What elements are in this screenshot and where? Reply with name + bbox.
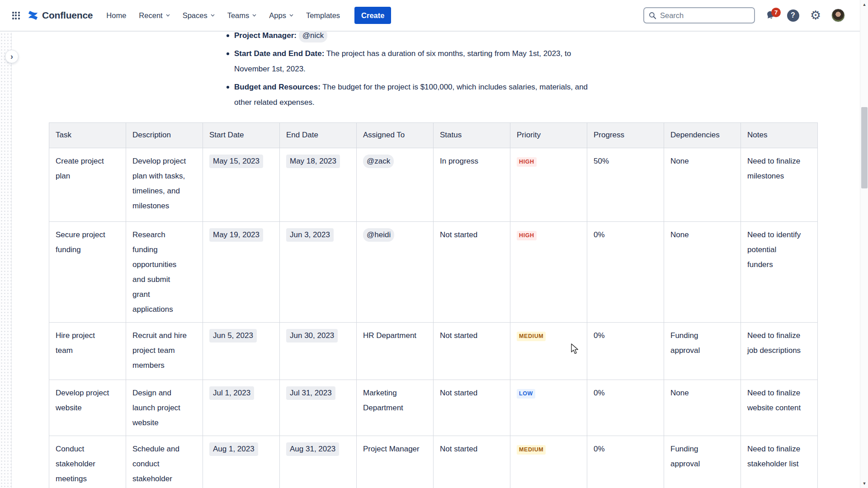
brand-wordmark: Confluence xyxy=(42,10,93,21)
cell-description: Schedule and conduct stakeholder meeting… xyxy=(126,436,203,488)
table-row: Hire project team Recruit and hire proje… xyxy=(49,323,818,380)
avatar xyxy=(831,9,845,22)
settings-button[interactable]: ⚙ xyxy=(808,7,823,23)
scrollbar-thumb[interactable] xyxy=(861,107,868,188)
project-task-table: Task Description Start Date End Date Ass… xyxy=(49,122,818,488)
cell-dependencies: Funding approval xyxy=(664,436,741,488)
cell-description: Recruit and hire project team members xyxy=(126,323,203,380)
cell-notes: Need to finalize website content xyxy=(741,380,818,436)
cell-end-date: Jun 30, 2023 xyxy=(280,323,357,380)
mention-chip[interactable]: @heidi xyxy=(363,228,394,242)
cell-priority: HIGH xyxy=(510,222,587,323)
create-button[interactable]: Create xyxy=(354,7,391,24)
date-chip: Aug 1, 2023 xyxy=(209,442,258,456)
search-box[interactable] xyxy=(643,7,755,23)
cell-progress: 0% xyxy=(587,222,664,323)
priority-badge: HIGH xyxy=(517,231,537,240)
cell-progress: 0% xyxy=(587,323,664,380)
priority-badge: MEDIUM xyxy=(517,445,546,455)
scroll-up-arrow[interactable]: ▲ xyxy=(860,1,868,8)
cell-assigned-to: Project Manager xyxy=(357,436,434,488)
nav-item-teams[interactable]: Teams xyxy=(227,11,257,20)
vertical-scrollbar: ▲ ▼ xyxy=(860,0,868,488)
cell-notes: Need to finalize job descriptions xyxy=(741,323,818,380)
list-item: Budget and Resources: The budget for the… xyxy=(226,80,635,110)
cell-task: Hire project team xyxy=(49,323,126,380)
date-chip: Jun 30, 2023 xyxy=(286,329,338,343)
list-item: Start Date and End Date: The project has… xyxy=(226,46,635,77)
confluence-home-link[interactable]: Confluence xyxy=(27,9,93,21)
header-dependencies: Dependencies xyxy=(664,123,741,148)
nav-item-spaces[interactable]: Spaces xyxy=(183,11,215,20)
table-header-row: Task Description Start Date End Date Ass… xyxy=(49,123,818,148)
cell-task: Conduct stakeholder meetings xyxy=(49,436,126,488)
header-task: Task xyxy=(49,123,126,148)
table-row: Develop project website Design and launc… xyxy=(49,380,818,436)
bullet-text: other related expenses. xyxy=(234,98,315,107)
help-icon: ? xyxy=(787,9,799,22)
confluence-logo-icon xyxy=(27,9,39,21)
cell-status: Not started xyxy=(434,380,510,436)
date-chip: Jul 31, 2023 xyxy=(286,386,335,400)
primary-menu: Home Recent Spaces Teams Apps Templates xyxy=(106,11,340,20)
cell-assigned-to: @heidi xyxy=(357,222,434,323)
cell-description: Develop project plan with tasks, timelin… xyxy=(126,148,203,222)
cell-dependencies: Funding approval xyxy=(664,323,741,380)
header-progress: Progress xyxy=(587,123,664,148)
search-input[interactable] xyxy=(660,11,741,20)
header-description: Description xyxy=(126,123,203,148)
scroll-down-arrow[interactable]: ▼ xyxy=(860,480,868,487)
app-switcher-button[interactable] xyxy=(8,8,24,23)
nav-item-recent[interactable]: Recent xyxy=(139,11,170,20)
cell-notes: Need to identify potential funders xyxy=(741,222,818,323)
mention-chip[interactable]: @zack xyxy=(363,155,394,168)
cell-end-date: Jun 3, 2023 xyxy=(280,222,357,323)
chevron-down-icon xyxy=(289,13,293,16)
search-icon xyxy=(649,12,656,19)
cell-dependencies: None xyxy=(664,222,741,323)
top-navigation: Confluence Home Recent Spaces Teams Apps… xyxy=(0,0,868,32)
header-priority: Priority xyxy=(510,123,587,148)
priority-badge: HIGH xyxy=(517,157,537,167)
cell-assigned-to: Marketing Department xyxy=(357,380,434,436)
help-button[interactable]: ? xyxy=(786,7,800,23)
table-row: Create project plan Develop project plan… xyxy=(49,148,818,222)
chevron-down-icon xyxy=(211,13,214,16)
cell-start-date: May 15, 2023 xyxy=(203,148,280,222)
cell-end-date: Jul 31, 2023 xyxy=(280,380,357,436)
header-assigned-to: Assigned To xyxy=(357,123,434,148)
cell-priority: HIGH xyxy=(510,148,587,222)
cell-priority: MEDIUM xyxy=(510,436,587,488)
nav-item-apps[interactable]: Apps xyxy=(269,11,293,20)
nav-right-cluster: 7 ? ⚙ xyxy=(643,0,845,31)
cell-assigned-to: @zack xyxy=(357,148,434,222)
cell-status: Not started xyxy=(434,323,510,380)
cell-dependencies: None xyxy=(664,380,741,436)
sidebar-expand-button[interactable]: › xyxy=(5,50,19,63)
app-grid-icon xyxy=(12,12,20,19)
cell-progress: 0% xyxy=(587,380,664,436)
bullet-text: The project has a duration of six months… xyxy=(326,49,571,58)
date-chip: May 15, 2023 xyxy=(209,155,263,168)
bullet-label: Project Manager: xyxy=(234,31,297,40)
cell-start-date: May 19, 2023 xyxy=(203,222,280,323)
cell-status: Not started xyxy=(434,222,510,323)
date-chip: May 19, 2023 xyxy=(209,228,263,242)
cell-end-date: May 18, 2023 xyxy=(280,148,357,222)
priority-badge: MEDIUM xyxy=(517,332,546,341)
cell-start-date: Jul 1, 2023 xyxy=(203,380,280,436)
profile-button[interactable] xyxy=(831,7,845,23)
header-end-date: End Date xyxy=(280,123,357,148)
header-notes: Notes xyxy=(741,123,818,148)
nav-left-cluster: Confluence Home Recent Spaces Teams Apps… xyxy=(8,0,391,31)
cell-priority: MEDIUM xyxy=(510,323,587,380)
chevron-down-icon xyxy=(166,13,170,16)
cell-task: Secure project funding xyxy=(49,222,126,323)
header-status: Status xyxy=(434,123,510,148)
header-start-date: Start Date xyxy=(203,123,280,148)
notifications-button[interactable]: 7 xyxy=(763,7,778,23)
nav-item-home[interactable]: Home xyxy=(106,11,126,20)
cell-priority: LOW xyxy=(510,380,587,436)
date-chip: Jun 5, 2023 xyxy=(209,329,257,343)
nav-item-templates[interactable]: Templates xyxy=(306,11,340,20)
